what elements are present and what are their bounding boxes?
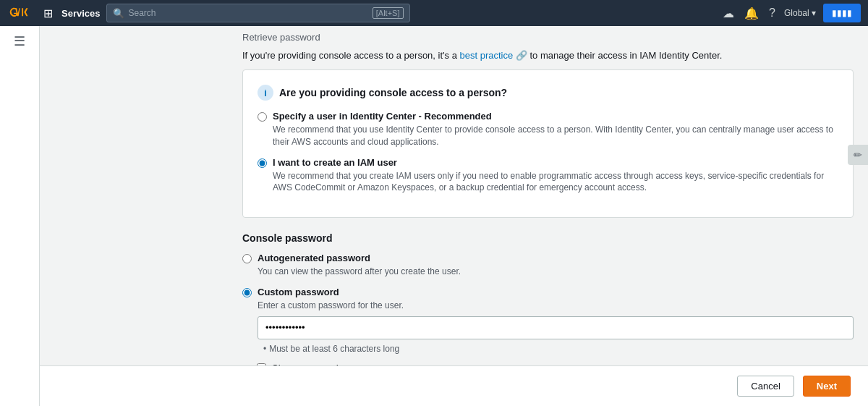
custom-password-option-content: Custom password Enter a custom password …: [258, 287, 854, 354]
custom-password-radio[interactable]: [242, 288, 252, 297]
cloud-icon[interactable]: ☁: [721, 5, 736, 22]
custom-password-label[interactable]: Custom password: [258, 287, 339, 297]
identity-center-label[interactable]: Specify a user in Identity Center - Reco…: [273, 111, 492, 122]
help-icon[interactable]: ?: [767, 5, 777, 21]
iam-user-label[interactable]: I want to create an IAM user: [273, 157, 397, 168]
search-icon: 🔍: [113, 8, 124, 19]
iam-user-desc: We recommend that you create IAM users o…: [273, 170, 838, 195]
main-content: Retrieve password If you're providing co…: [40, 26, 868, 406]
best-practice-link[interactable]: best practice 🔗: [460, 50, 527, 61]
autogenerated-option-content: Autogenerated password You can view the …: [258, 253, 461, 278]
top-navigation: ⊞ Services 🔍 [Alt+S] ☁ 🔔 ? Global ▾ ▮▮▮▮: [0, 0, 868, 26]
autogenerated-option: Autogenerated password You can view the …: [242, 253, 854, 278]
sidebar: ☰: [0, 26, 40, 406]
autogenerated-desc: You can view the password after you crea…: [258, 266, 461, 278]
identity-center-option: Specify a user in Identity Center - Reco…: [258, 111, 838, 148]
autogenerated-radio[interactable]: [242, 254, 252, 263]
iam-user-option-content: I want to create an IAM user We recommen…: [273, 157, 838, 195]
user-account-button[interactable]: ▮▮▮▮: [823, 4, 861, 22]
card-title-text: Are you providing console access to a pe…: [279, 87, 507, 98]
sidebar-toggle[interactable]: ☰: [14, 33, 25, 49]
nav-right-controls: ☁ 🔔 ? Global ▾ ▮▮▮▮: [721, 4, 861, 22]
password-input[interactable]: [258, 316, 854, 339]
search-shortcut: [Alt+S]: [373, 7, 404, 19]
autogenerated-label[interactable]: Autogenerated password: [258, 253, 370, 263]
bell-icon[interactable]: 🔔: [743, 5, 760, 22]
info-text-before-link: If you're providing console access to a …: [242, 50, 457, 61]
action-bar: Cancel Next: [40, 365, 868, 406]
identity-center-desc: We recommend that you use Identity Cente…: [273, 124, 838, 148]
content-area: If you're providing console access to a …: [40, 47, 868, 406]
console-password-title: Console password: [242, 232, 854, 244]
retrieve-password-text: Retrieve password: [242, 32, 320, 43]
cancel-button[interactable]: Cancel: [737, 376, 793, 397]
console-access-card: i Are you providing console access to a …: [242, 69, 854, 218]
search-bar[interactable]: 🔍 [Alt+S]: [106, 4, 410, 22]
identity-center-radio[interactable]: [258, 112, 267, 122]
iam-user-radio[interactable]: [258, 158, 267, 168]
card-title: i Are you providing console access to a …: [258, 85, 838, 101]
iam-user-option: I want to create an IAM user We recommen…: [258, 157, 838, 195]
custom-password-option: Custom password Enter a custom password …: [242, 287, 854, 354]
services-link[interactable]: Services: [61, 8, 101, 19]
page-wrapper: ☰ Retrieve password If you're providing …: [0, 26, 868, 406]
retrieve-password-link: Retrieve password: [40, 26, 868, 47]
password-hint: • Must be at least 6 characters long: [258, 344, 854, 354]
search-input[interactable]: [129, 8, 368, 18]
info-icon-circle: i: [258, 85, 273, 101]
right-float-panel: ✏: [848, 145, 868, 165]
right-float-icon[interactable]: ✏: [854, 149, 862, 161]
info-text-after-link: to manage their access in IAM Identity C…: [529, 50, 722, 61]
info-text-above: If you're providing console access to a …: [242, 47, 854, 61]
custom-password-desc: Enter a custom password for the user.: [258, 300, 854, 312]
grid-icon[interactable]: ⊞: [41, 5, 56, 22]
next-button[interactable]: Next: [803, 376, 851, 397]
aws-logo[interactable]: [7, 5, 35, 21]
password-hint-text: Must be at least 6 characters long: [269, 344, 399, 354]
identity-center-option-content: Specify a user in Identity Center - Reco…: [273, 111, 838, 148]
global-selector[interactable]: Global ▾: [784, 8, 816, 18]
